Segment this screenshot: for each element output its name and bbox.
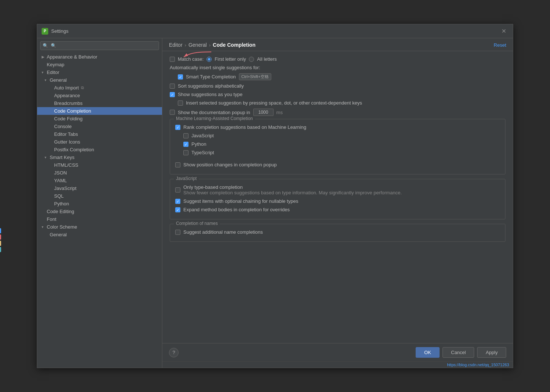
smart-type-label: Smart Type Completion [186, 74, 236, 80]
status-bar: https://blog.csdn.net/qq_15071263 [162, 361, 513, 368]
sidebar-item-javascript-smart[interactable]: JavaScript [37, 184, 162, 192]
sidebar: 🔍 ▶ Appearance & Behavior Keymap ▾ Edito… [37, 38, 162, 368]
match-case-row: Match case: First letter only All lette [170, 56, 505, 62]
spacer [175, 158, 500, 162]
title-bar: P Settings ✕ [37, 24, 513, 38]
js-section: JavaScript Only type-based completion Sh… [170, 179, 505, 219]
smart-type-shortcut: Ctrl+Shift+空格 [239, 73, 271, 80]
js-expand-method-label: Expand method bodies in completion for o… [183, 207, 290, 212]
completion-names-sub-row: Suggest additional name completions [175, 229, 500, 235]
js-section-title: JavaScript [174, 176, 199, 181]
completion-names-content: Suggest additional name completions [175, 229, 500, 235]
ok-button[interactable]: OK [416, 347, 440, 358]
ml-python-checkbox[interactable] [183, 142, 188, 147]
ml-section: Machine Learning-Assisted Completion Ran… [170, 119, 505, 174]
ml-ts-row: TypeScript [175, 150, 500, 155]
breadcrumb-editor: Editor [169, 42, 183, 48]
sidebar-item-label: Breadcrumbs [54, 100, 82, 106]
help-button[interactable]: ? [169, 348, 179, 357]
first-letter-radio[interactable] [207, 57, 212, 62]
insert-space-row: Insert selected suggestion by pressing s… [170, 100, 505, 106]
close-button[interactable]: ✕ [499, 27, 508, 35]
doc-popup-checkbox[interactable] [170, 110, 175, 115]
doc-popup-unit: ms [276, 110, 283, 115]
sidebar-item-appearance-behavior[interactable]: ▶ Appearance & Behavior [37, 53, 162, 61]
js-optional-chaining-checkbox[interactable] [175, 199, 180, 204]
doc-popup-value[interactable]: 1000 [253, 109, 274, 116]
content-area: Match case: First letter only All lette [162, 51, 513, 343]
ml-ts-checkbox[interactable] [183, 150, 188, 155]
sidebar-item-label: SQL [54, 193, 64, 199]
smart-type-row: Smart Type Completion Ctrl+Shift+空格 [170, 73, 505, 80]
sidebar-item-code-completion[interactable]: Code Completion [37, 107, 162, 115]
sidebar-item-yaml[interactable]: YAML [37, 177, 162, 184]
chevron-icon: ▾ [42, 225, 47, 229]
show-position-row: Show position changes in completion popu… [175, 162, 500, 167]
js-type-label-group: Only type-based completion Show fewer co… [183, 184, 402, 195]
js-type-based-row: Only type-based completion Show fewer co… [175, 184, 500, 195]
sidebar-item-label: General [50, 77, 67, 83]
insert-space-checkbox[interactable] [178, 100, 183, 106]
sidebar-item-label: Appearance [54, 93, 80, 98]
sidebar-item-sql[interactable]: SQL [37, 192, 162, 200]
sidebar-item-json[interactable]: JSON [37, 169, 162, 177]
sidebar-item-console[interactable]: Console [37, 123, 162, 130]
sidebar-item-label: Keymap [47, 62, 64, 67]
sidebar-item-python-smart[interactable]: Python [37, 200, 162, 208]
sidebar-item-editor[interactable]: ▾ Editor [37, 68, 162, 76]
sidebar-item-keymap[interactable]: Keymap [37, 61, 162, 68]
ml-python-row: Python [175, 141, 500, 147]
breadcrumb-bar: Editor › General › Code Completion Reset [162, 38, 513, 51]
cancel-button[interactable]: Cancel [443, 347, 474, 358]
settings-window: P Settings ✕ 🔍 ▶ Appearance & Behavior K… [37, 24, 513, 368]
sidebar-item-html-css[interactable]: HTML/CSS [37, 161, 162, 169]
sidebar-item-breadcrumbs[interactable]: Breadcrumbs [37, 99, 162, 107]
js-type-checkbox[interactable] [175, 187, 180, 193]
sidebar-item-smart-keys[interactable]: ▾ Smart Keys [37, 153, 162, 161]
ml-rank-label: Rank completion suggestions based on Mac… [183, 124, 306, 130]
show-position-checkbox[interactable] [175, 162, 180, 167]
sort-alpha-checkbox[interactable] [170, 84, 175, 89]
js-expand-method-checkbox[interactable] [175, 207, 180, 212]
breadcrumb: Editor › General › Code Completion [169, 42, 255, 48]
chevron-icon: ▶ [42, 55, 47, 59]
sidebar-item-auto-import[interactable]: Auto Import ⧉ [37, 84, 162, 92]
search-input[interactable] [40, 41, 159, 50]
sidebar-item-label: YAML [54, 178, 67, 183]
ml-js-checkbox[interactable] [183, 133, 188, 138]
all-letters-label: All letters [257, 56, 276, 62]
sidebar-tree: ▶ Appearance & Behavior Keymap ▾ Editor … [37, 52, 162, 368]
sidebar-item-gutter-icons[interactable]: Gutter Icons [37, 138, 162, 146]
sidebar-item-general[interactable]: ▾ General [37, 76, 162, 84]
sidebar-item-code-folding[interactable]: Code Folding [37, 115, 162, 123]
apply-button[interactable]: Apply [477, 347, 506, 358]
show-as-type-checkbox[interactable] [170, 92, 175, 97]
breadcrumb-sep-2: › [209, 42, 211, 48]
sidebar-item-label: Appearance & Behavior [47, 54, 97, 60]
show-as-type-label: Show suggestions as you type [178, 92, 243, 97]
sidebar-item-general-cs[interactable]: General [37, 231, 162, 239]
chevron-icon: ▾ [45, 155, 50, 159]
js-optional-chaining-label: Suggest items with optional chaining for… [183, 198, 298, 204]
chevron-icon: ▾ [42, 70, 47, 74]
sidebar-item-code-editing[interactable]: Code Editing [37, 208, 162, 215]
completion-names-checkbox[interactable] [175, 230, 180, 235]
sidebar-item-font[interactable]: Font [37, 215, 162, 223]
sidebar-item-color-scheme[interactable]: ▾ Color Scheme [37, 223, 162, 231]
all-letters-radio[interactable] [249, 57, 254, 62]
smart-type-checkbox[interactable] [178, 74, 183, 80]
sidebar-item-appearance[interactable]: Appearance [37, 92, 162, 99]
sidebar-item-label: HTML/CSS [54, 162, 78, 168]
sidebar-item-editor-tabs[interactable]: Editor Tabs [37, 130, 162, 138]
main-content: Editor › General › Code Completion Reset… [162, 38, 513, 368]
js-content: Only type-based completion Show fewer co… [175, 184, 500, 212]
chevron-icon: ▾ [45, 78, 50, 82]
ml-rank-checkbox[interactable] [175, 125, 180, 130]
match-case-checkbox[interactable] [170, 57, 175, 62]
breadcrumb-general: General [188, 42, 207, 48]
sidebar-item-label: Code Editing [47, 209, 74, 214]
reset-button[interactable]: Reset [494, 42, 506, 48]
window-body: 🔍 ▶ Appearance & Behavior Keymap ▾ Edito… [37, 38, 513, 368]
sidebar-item-postfix-completion[interactable]: Postfix Completion [37, 146, 162, 153]
ml-ts-label: TypeScript [191, 150, 214, 155]
